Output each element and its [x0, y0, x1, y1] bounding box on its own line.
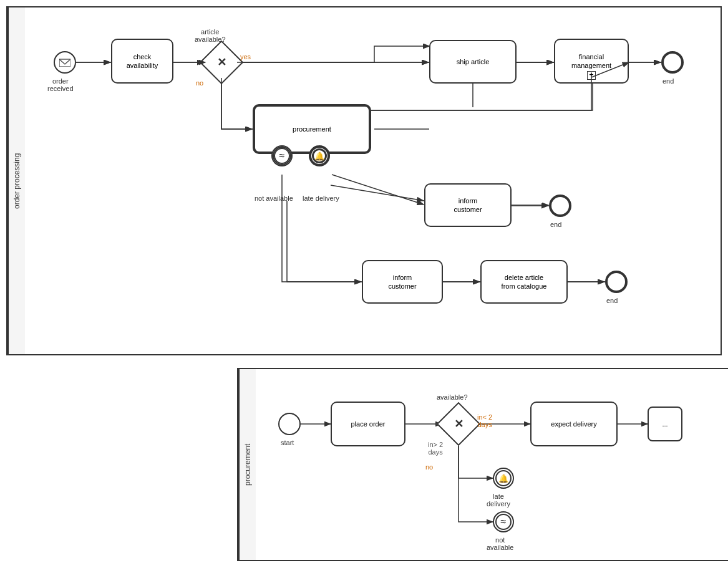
inform-customer-2-label: informcustomer — [388, 273, 416, 291]
pool-procurement: procurement — [237, 368, 728, 561]
conn-late-inform1 — [331, 185, 424, 201]
end-circle-1 — [661, 51, 684, 74]
procurement-label: procurement — [293, 125, 331, 133]
end-circle-2 — [549, 195, 571, 217]
gateway1[interactable]: ✕ — [200, 41, 244, 85]
ship-article-task[interactable]: ship article — [429, 40, 517, 84]
not-available-event-2: ≈ notavailable — [493, 511, 514, 532]
pool2-content: start place order ✕ available? in< 2days… — [256, 369, 728, 560]
diagram-container: order processing — [0, 0, 728, 563]
check-availability-label: checkavailability — [127, 52, 158, 70]
late-delivery-label: late delivery — [303, 195, 339, 202]
ship-article-box[interactable]: ship article — [429, 40, 517, 84]
gateway2[interactable]: ✕ — [437, 402, 481, 446]
procurement-task[interactable]: procurement ≈ 🔔 — [253, 104, 371, 154]
gateway1-container: ✕ articleavailable? yes no — [206, 47, 237, 78]
not-available-event: ≈ — [271, 145, 293, 166]
end2-label: end — [550, 221, 561, 228]
check-availability-task[interactable]: checkavailability — [111, 39, 173, 84]
gateway2-in2plus-label: in> 2days — [428, 441, 443, 456]
financial-mgmt-box[interactable]: financialmanagement + — [554, 39, 629, 84]
conn-gateway-procurement — [221, 78, 253, 129]
not-available-icon-2: ≈ — [501, 516, 507, 527]
late-delivery-label-2: latedelivery — [487, 493, 510, 508]
place-order-box[interactable]: place order — [331, 402, 405, 446]
arr-notavail-inform2 — [282, 175, 361, 282]
inform-customer-1-task[interactable]: informcustomer — [424, 183, 512, 227]
gateway2-icon: ✕ — [454, 417, 463, 431]
gateway2-container: ✕ available? in< 2days in> 2days no — [443, 408, 474, 440]
delete-article-box[interactable]: delete articlefrom catalogue — [480, 260, 568, 304]
expect-delivery-label: expect delivery — [551, 420, 596, 428]
late-delivery-circle-2: 🔔 — [493, 468, 514, 489]
start-circle-2 — [278, 413, 301, 435]
gateway1-icon: ✕ — [217, 55, 226, 69]
conn-gateway-ship — [236, 46, 430, 62]
gateway2-no-label: no — [425, 463, 433, 471]
delete-article-label: delete articlefrom catalogue — [502, 273, 547, 291]
pool1-content: orderreceived checkavailability ✕ articl… — [25, 7, 721, 354]
gateway2-label: available? — [437, 393, 468, 401]
not-available-icon: ≈ — [279, 150, 285, 161]
arr2-gw-notavail — [459, 440, 493, 522]
expect-delivery-box[interactable]: expect delivery — [530, 402, 618, 446]
gateway1-no-label: no — [196, 79, 203, 87]
pool2-label: procurement — [238, 369, 256, 560]
conn-notavail-inform2 — [287, 201, 362, 282]
gateway2-in2days-label: in< 2days — [477, 413, 492, 428]
gateway1-yes-label: yes — [240, 53, 251, 60]
pool-order-processing: order processing — [6, 6, 722, 355]
check-availability-box[interactable]: checkavailability — [111, 39, 173, 84]
envelope-icon — [59, 58, 70, 67]
end-event-1: end — [661, 51, 684, 74]
start-event: orderreceived — [54, 51, 76, 74]
ellipsis-box[interactable]: ... — [648, 407, 682, 441]
start2-label: start — [281, 439, 294, 446]
inform-customer-1-box[interactable]: informcustomer — [424, 183, 512, 227]
subprocess-marker: + — [587, 71, 596, 80]
arr-late-inform1 — [332, 175, 424, 205]
place-order-task[interactable]: place order — [331, 402, 405, 446]
arr2-gw-late — [459, 440, 493, 478]
inform-customer-2-box[interactable]: informcustomer — [362, 260, 443, 304]
end-event-2: end — [549, 195, 571, 217]
ellipsis-task[interactable]: ... — [648, 407, 682, 441]
pool2-arrows — [256, 369, 728, 560]
ship-article-label: ship article — [457, 57, 490, 66]
pool1-label: order processing — [7, 7, 25, 354]
inform-customer-2-task[interactable]: informcustomer — [362, 260, 443, 304]
arr-gw-proc — [221, 78, 252, 129]
end-event-3: end — [605, 271, 628, 293]
not-available-circle-2: ≈ — [493, 511, 514, 532]
late-delivery-icon-2: 🔔 — [498, 474, 508, 483]
place-order-label: place order — [351, 420, 385, 428]
start-event-2: start — [278, 413, 301, 435]
delete-article-task[interactable]: delete articlefrom catalogue — [480, 260, 568, 304]
not-available-label: not available — [255, 195, 293, 202]
gateway1-label: articleavailable? — [195, 28, 226, 43]
end1-label: end — [662, 77, 674, 85]
financial-mgmt-label: financialmanagement — [571, 52, 611, 70]
late-delivery-event: 🔔 — [309, 145, 330, 166]
end-circle-3 — [605, 271, 628, 293]
not-available-label-2: notavailable — [487, 536, 513, 551]
ellipsis-label: ... — [662, 420, 667, 428]
late-delivery-event-2: 🔔 latedelivery — [493, 468, 514, 489]
financial-mgmt-task[interactable]: financialmanagement + — [554, 39, 629, 84]
start-event-label: orderreceived — [47, 77, 74, 92]
inform-customer-1-label: informcustomer — [454, 196, 482, 214]
end3-label: end — [606, 297, 618, 304]
expect-delivery-task[interactable]: expect delivery — [530, 402, 618, 446]
late-delivery-icon: 🔔 — [314, 152, 324, 161]
